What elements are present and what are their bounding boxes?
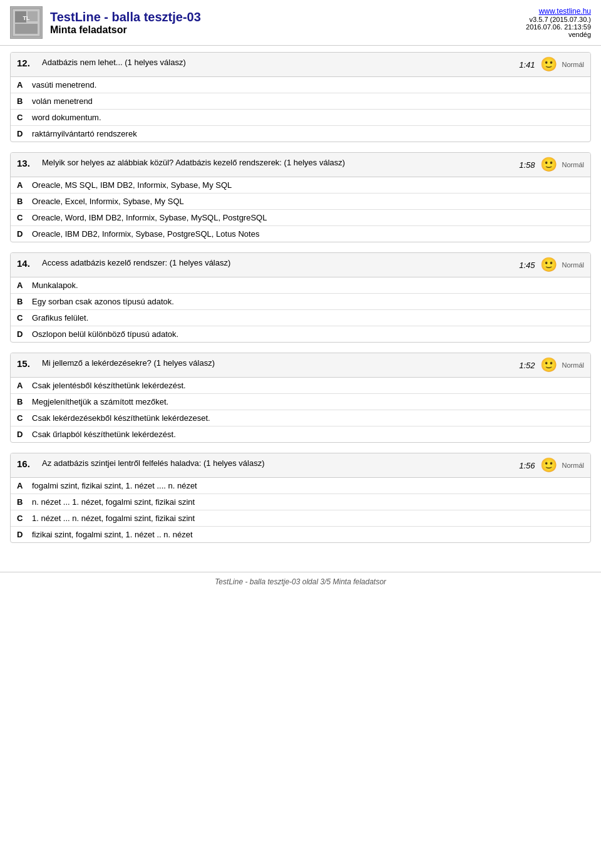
difficulty-label-2: Normál (562, 161, 584, 168)
answer-row: Bvolán menetrend (11, 93, 590, 110)
answer-row: C1. nézet ... n. nézet, fogalmi szint, f… (11, 510, 590, 527)
answer-text: 1. nézet ... n. nézet, fogalmi szint, fi… (32, 514, 584, 523)
answer-letter: A (17, 281, 32, 290)
answer-letter: D (17, 430, 32, 439)
answer-letter: C (17, 514, 32, 523)
question-time-1: 1:41 (519, 60, 535, 70)
answer-letter: C (17, 413, 32, 423)
answer-text: volán menetrend (32, 96, 584, 106)
answer-row: BOreacle, Excel, Informix, Sybase, My SQ… (11, 194, 590, 210)
question-text-1: Adatbázis nem lehet... (1 helyes válasz) (37, 58, 519, 67)
svg-rect-3 (15, 24, 38, 34)
date: 2016.07.06. 21:13:59 (526, 23, 591, 31)
question-time-5: 1:56 (519, 461, 535, 470)
answer-text: Oreacle, Word, IBM DB2, Informix, Sybase… (32, 213, 584, 222)
answer-letter: B (17, 397, 32, 406)
question-header-5: 16.Az adatbázis szintjei lentről felfelé… (11, 453, 590, 478)
question-number-5: 16. (17, 458, 37, 469)
question-time-3: 1:45 (519, 261, 535, 270)
logo: TL (10, 6, 43, 39)
svg-text:TL: TL (23, 15, 30, 21)
answer-row: Afogalmi szint, fizikai szint, 1. nézet … (11, 478, 590, 494)
answer-row: Bn. nézet ... 1. nézet, fogalmi szint, f… (11, 494, 590, 510)
answer-row: BMegjeleníthetjük a számított mezőket. (11, 394, 590, 410)
question-meta-2: 1:58🙂Normál (519, 158, 584, 172)
answer-text: vasúti menetrend. (32, 80, 584, 90)
question-block-4: 15.Mi jellemző a lekérdezésekre? (1 hely… (10, 353, 591, 443)
answer-letter: D (17, 530, 32, 539)
smiley-icon-3: 🙂 (540, 258, 557, 272)
question-header-2: 13.Melyik sor helyes az alábbiak közül? … (11, 153, 590, 177)
answer-text: Csak lekérdezésekből készíthetünk lekérd… (32, 413, 584, 423)
header-titles: TestLine - balla tesztje-03 Minta felada… (50, 10, 201, 36)
version: v3.5.7 (2015.07.30.) (526, 16, 591, 23)
answer-letter: C (17, 113, 32, 122)
question-text-5: Az adatbázis szintjei lentről felfelés h… (37, 458, 519, 468)
answer-letter: D (17, 129, 32, 138)
answer-row: Cword dokumentum. (11, 110, 590, 126)
answer-row: Draktárnyilvántartó rendszerek (11, 126, 590, 142)
difficulty-label-3: Normál (562, 261, 584, 269)
smiley-icon-4: 🙂 (540, 358, 557, 372)
answer-row: CCsak lekérdezésekből készíthetünk lekér… (11, 410, 590, 426)
question-time-4: 1:52 (519, 361, 535, 370)
question-header-3: 14.Access adatbázis kezelő rendszer: (1 … (11, 253, 590, 277)
question-block-3: 14.Access adatbázis kezelő rendszer: (1 … (10, 252, 591, 343)
smiley-icon-5: 🙂 (540, 458, 557, 472)
answer-text: n. nézet ... 1. nézet, fogalmi szint, fi… (32, 497, 584, 507)
answer-letter: D (17, 329, 32, 339)
site-url[interactable]: www.testline.hu (539, 7, 591, 16)
answer-letter: B (17, 297, 32, 306)
answer-text: Oszlopon belül különböző típusú adatok. (32, 329, 584, 339)
answer-letter: A (17, 381, 32, 390)
answer-row: CGrafikus felület. (11, 310, 590, 326)
difficulty-label-1: Normál (562, 61, 584, 68)
answer-letter: C (17, 213, 32, 222)
answer-text: fogalmi szint, fizikai szint, 1. nézet .… (32, 481, 584, 490)
answer-letter: A (17, 80, 32, 90)
difficulty-label-5: Normál (562, 462, 584, 469)
answer-letter: A (17, 180, 32, 190)
answer-text: Csak jelentésből készíthetünk lekérdezés… (32, 381, 584, 390)
answer-text: Grafikus felület. (32, 313, 584, 323)
question-text-4: Mi jellemző a lekérdezésekre? (1 helyes … (37, 358, 519, 368)
difficulty-label-4: Normál (562, 361, 584, 369)
answer-row: Avasúti menetrend. (11, 77, 590, 93)
question-header-1: 12.Adatbázis nem lehet... (1 helyes vála… (11, 53, 590, 77)
app-subtitle: Minta feladatsor (50, 24, 201, 36)
question-meta-5: 1:56🙂Normál (519, 458, 584, 472)
answer-letter: A (17, 481, 32, 490)
question-block-2: 13.Melyik sor helyes az alábbiak közül? … (10, 152, 591, 242)
answer-text: Oreacle, IBM DB2, Informix, Sybase, Post… (32, 229, 584, 239)
question-text-3: Access adatbázis kezelő rendszer: (1 hel… (37, 258, 519, 267)
answer-text: word dokumentum. (32, 113, 584, 122)
answer-text: Oreacle, Excel, Informix, Sybase, My SQL (32, 197, 584, 206)
smiley-icon-2: 🙂 (540, 158, 557, 172)
answer-row: DOreacle, IBM DB2, Informix, Sybase, Pos… (11, 226, 590, 242)
answer-text: Csak űrlapból készíthetünk lekérdezést. (32, 430, 584, 439)
answer-text: Munkalapok. (32, 281, 584, 290)
answer-row: BEgy sorban csak azonos típusú adatok. (11, 294, 590, 310)
answer-row: AMunkalapok. (11, 277, 590, 294)
question-block-1: 12.Adatbázis nem lehet... (1 helyes vála… (10, 52, 591, 142)
question-meta-1: 1:41🙂Normál (519, 58, 584, 71)
header-left: TL TestLine - balla tesztje-03 Minta fel… (10, 6, 201, 39)
answer-row: DCsak űrlapból készíthetünk lekérdezést. (11, 426, 590, 442)
answer-text: raktárnyilvántartó rendszerek (32, 129, 584, 138)
page-footer: TestLine - balla tesztje-03 oldal 3/5 Mi… (0, 572, 601, 591)
answer-row: AOreacle, MS SQL, IBM DB2, Informix, Syb… (11, 177, 590, 194)
answer-letter: B (17, 197, 32, 206)
question-number-3: 14. (17, 258, 37, 269)
question-block-5: 16.Az adatbázis szintjei lentről felfelé… (10, 453, 591, 543)
answer-letter: B (17, 497, 32, 507)
question-time-2: 1:58 (519, 160, 535, 170)
footer-text: TestLine - balla tesztje-03 oldal 3/5 Mi… (215, 577, 386, 586)
answer-row: Dfizikai szint, fogalmi szint, 1. nézet … (11, 527, 590, 542)
question-number-1: 12. (17, 58, 37, 68)
answer-row: DOszlopon belül különböző típusú adatok. (11, 326, 590, 342)
answer-row: ACsak jelentésből készíthetünk lekérdezé… (11, 378, 590, 394)
answer-text: Oreacle, MS SQL, IBM DB2, Informix, Syba… (32, 180, 584, 190)
question-header-4: 15.Mi jellemző a lekérdezésekre? (1 hely… (11, 353, 590, 378)
answer-text: Megjeleníthetjük a számított mezőket. (32, 397, 584, 406)
header-right: www.testline.hu v3.5.7 (2015.07.30.) 201… (526, 7, 591, 38)
